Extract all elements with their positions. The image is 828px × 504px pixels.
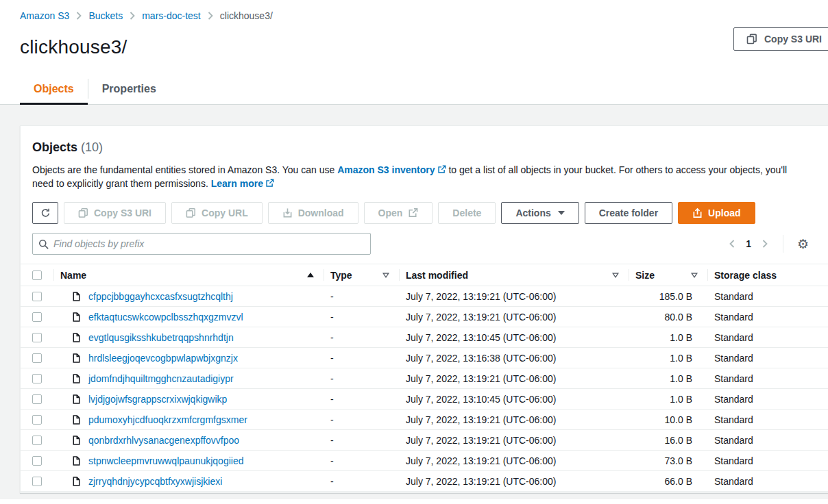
object-storage-class: Standard <box>707 394 828 405</box>
current-page-number[interactable]: 1 <box>746 238 751 249</box>
open-button[interactable]: Open <box>364 202 433 224</box>
file-icon <box>71 455 82 466</box>
row-checkbox[interactable] <box>32 456 42 466</box>
object-name-link[interactable]: lvjdjgojwfsgrappscrxixwjqkigwikp <box>88 394 227 405</box>
create-folder-button[interactable]: Create folder <box>585 202 672 224</box>
actions-label: Actions <box>515 207 550 218</box>
table-row: pdumoxyhjcdfuoqkrzxmfcrgmfgsxmer - July … <box>21 410 828 430</box>
chevron-right-icon <box>76 12 82 20</box>
table-row: lvjdjgojwfsgrappscrxixwjqkigwikp - July … <box>21 389 828 410</box>
copy-s3-uri-header-button[interactable]: Copy S3 URI <box>733 27 828 51</box>
object-storage-class: Standard <box>707 455 828 466</box>
upload-icon <box>692 207 703 218</box>
row-checkbox[interactable] <box>32 415 42 425</box>
object-name-link[interactable]: jdomfndjhquiltmgghcnzautadigiypr <box>88 373 234 384</box>
breadcrumb-link-bucket[interactable]: mars-doc-test <box>142 10 201 21</box>
table-row: evgtlqusgiksshkubetrqqpshnrhdtjn - July … <box>21 327 828 348</box>
select-all-checkbox[interactable] <box>32 270 42 280</box>
object-name-link[interactable]: evgtlqusgiksshkubetrqqpshnrhdtjn <box>88 332 234 343</box>
object-size: 185.0 B <box>629 291 707 302</box>
objects-description: Objects are the fundamental entities sto… <box>32 163 805 190</box>
objects-count: (10) <box>81 140 103 154</box>
file-icon <box>71 373 82 384</box>
actions-dropdown-button[interactable]: Actions <box>501 202 579 224</box>
refresh-button[interactable] <box>32 202 58 224</box>
create-folder-label: Create folder <box>599 207 658 218</box>
tab-properties[interactable]: Properties <box>88 76 170 104</box>
row-checkbox[interactable] <box>32 374 42 383</box>
open-label: Open <box>378 207 403 218</box>
breadcrumb-link-buckets[interactable]: Buckets <box>88 10 123 21</box>
object-last-modified: July 7, 2022, 13:19:21 (UTC-06:00) <box>399 414 629 425</box>
learn-more-label: Learn more <box>211 178 263 189</box>
chevron-right-icon <box>130 12 135 20</box>
column-header-name[interactable]: Name <box>60 270 86 281</box>
object-last-modified: July 7, 2022, 13:19:21 (UTC-06:00) <box>399 291 629 302</box>
table-body: cfppcjbbggayhcxcasfxsugtzhcqlthj - July … <box>21 286 828 492</box>
preferences-gear-icon[interactable]: ⚙ <box>797 238 809 251</box>
column-header-last-modified[interactable]: Last modified <box>406 270 468 281</box>
row-checkbox[interactable] <box>32 477 42 486</box>
object-storage-class: Standard <box>707 414 828 425</box>
object-name-link[interactable]: efktaqtucswkcowpclbsszhqxgzmvzvl <box>88 312 243 323</box>
column-header-type[interactable]: Type <box>330 270 352 281</box>
external-link-icon <box>408 207 418 218</box>
table-row: qonbrdxrhlvysanacgenexpffovvfpoo - July … <box>21 430 828 451</box>
sort-icon[interactable] <box>612 273 622 278</box>
next-page-button[interactable] <box>761 238 769 249</box>
filter-row: 1 ⚙ <box>32 233 828 255</box>
row-checkbox[interactable] <box>32 292 42 301</box>
row-checkbox[interactable] <box>32 394 42 404</box>
column-header-size[interactable]: Size <box>635 270 655 281</box>
object-name-link[interactable]: pdumoxyhjcdfuoqkrzxmfcrgmfgsxmer <box>88 414 247 425</box>
sort-icon[interactable] <box>382 273 392 278</box>
objects-panel: Objects (10) Objects are the fundamental… <box>20 125 828 493</box>
search-input[interactable] <box>53 238 365 249</box>
column-header-storage-class[interactable]: Storage class <box>714 270 777 281</box>
object-type: - <box>324 414 399 425</box>
delete-button[interactable]: Delete <box>438 202 496 224</box>
file-icon <box>71 312 82 323</box>
external-link-icon <box>437 165 446 174</box>
inventory-link-label: Amazon S3 inventory <box>337 164 435 175</box>
previous-page-button[interactable] <box>728 238 736 249</box>
row-checkbox[interactable] <box>32 436 42 445</box>
objects-panel-title: Objects <box>32 140 77 154</box>
file-icon <box>71 394 82 405</box>
sort-ascending-icon[interactable] <box>307 273 317 277</box>
object-type: - <box>324 435 399 446</box>
chevron-right-icon <box>208 12 213 20</box>
row-checkbox[interactable] <box>32 333 42 342</box>
amazon-s3-inventory-link[interactable]: Amazon S3 inventory <box>337 164 446 175</box>
download-button[interactable]: Download <box>268 202 358 224</box>
objects-toolbar: Copy S3 URI Copy URL Download Open Delet… <box>32 202 828 224</box>
row-checkbox[interactable] <box>32 353 42 363</box>
copy-s3-uri-header-label: Copy S3 URI <box>764 34 822 45</box>
object-name-link[interactable]: qonbrdxrhlvysanacgenexpffovvfpoo <box>88 435 239 446</box>
download-label: Download <box>298 207 344 218</box>
row-checkbox[interactable] <box>32 312 42 322</box>
breadcrumb-link-amazon-s3[interactable]: Amazon S3 <box>20 10 69 21</box>
caret-down-icon <box>558 211 565 215</box>
object-type: - <box>324 332 399 343</box>
tab-objects[interactable]: Objects <box>20 76 88 104</box>
object-size: 1.0 B <box>629 373 707 384</box>
object-name-link[interactable]: zjrryqhdnjycypcqbtfxyxwjisjkiexi <box>88 476 222 487</box>
object-type: - <box>324 291 399 302</box>
object-storage-class: Standard <box>707 435 828 446</box>
object-storage-class: Standard <box>707 353 828 364</box>
delete-label: Delete <box>452 207 481 218</box>
object-name-link[interactable]: cfppcjbbggayhcxcasfxsugtzhcqlthj <box>88 291 233 302</box>
object-name-link[interactable]: hrdlsleegjoqevcogbpwlapwbjxgnzjx <box>88 353 238 364</box>
copy-s3-uri-button[interactable]: Copy S3 URI <box>64 202 166 224</box>
object-last-modified: July 7, 2022, 13:19:21 (UTC-06:00) <box>399 476 629 487</box>
upload-button[interactable]: Upload <box>678 202 755 224</box>
pagination-divider <box>783 235 783 253</box>
copy-icon <box>746 34 757 45</box>
page-title: clickhouse3/ <box>20 36 828 58</box>
learn-more-link[interactable]: Learn more <box>211 178 274 189</box>
copy-url-button[interactable]: Copy URL <box>171 202 263 224</box>
object-name-link[interactable]: stpnwcleepmvruwwqlpaunukjqogiied <box>88 455 243 466</box>
sort-icon[interactable] <box>691 273 701 278</box>
object-storage-class: Standard <box>707 332 828 343</box>
